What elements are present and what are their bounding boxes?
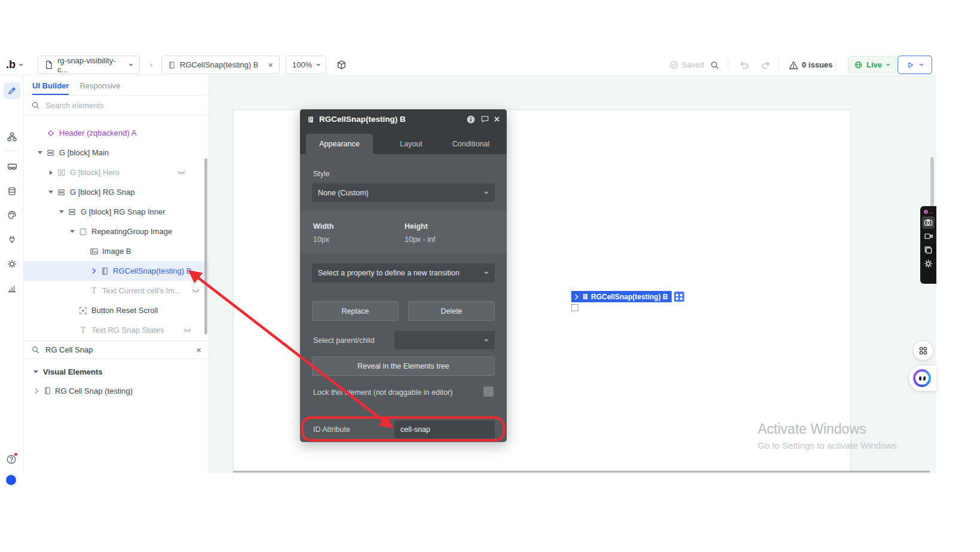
warning-triangle-icon — [789, 60, 798, 70]
extension-grid-button[interactable] — [914, 341, 933, 360]
live-label: Live — [866, 60, 882, 69]
width-label: Width — [313, 222, 334, 231]
caret-down-icon[interactable] — [70, 230, 75, 233]
assistant-robot-icon — [913, 369, 931, 387]
element-breadcrumb[interactable]: RGCellSnap(testing) B × — [161, 56, 280, 74]
eye-closed-icon[interactable] — [183, 326, 192, 334]
element-filter-input[interactable] — [45, 345, 191, 354]
tree-item-label: Text Current cell's Im... — [102, 286, 181, 295]
visual-elements-group[interactable]: Visual Elements — [24, 363, 209, 381]
tree-item-button-reset-scroll[interactable]: Button Reset Scroll — [24, 300, 209, 320]
tab-ui-builder[interactable]: UI Builder — [32, 76, 69, 95]
id-attribute-input[interactable] — [394, 421, 495, 438]
tree-item-rg-snap[interactable]: G [block] RG Snap — [24, 182, 209, 202]
tree-item-hero[interactable]: G [block] Hero — [24, 162, 209, 182]
copy-button[interactable] — [922, 244, 935, 256]
user-avatar[interactable] — [6, 475, 16, 485]
clear-search-icon[interactable]: × — [196, 345, 201, 355]
redo-button[interactable] — [761, 54, 771, 76]
tree-item-main[interactable]: G [block] Main — [24, 143, 209, 162]
zoom-selector[interactable]: 100% — [286, 56, 326, 74]
database-icon — [7, 186, 17, 196]
styles-tab-button[interactable] — [4, 207, 20, 223]
recorder-menu[interactable]: ... — [924, 208, 933, 215]
record-video-button[interactable] — [922, 230, 935, 243]
screenshot-button[interactable] — [922, 216, 935, 229]
preview-button[interactable] — [898, 56, 932, 74]
group-icon — [57, 188, 66, 197]
tree-item-image-b[interactable]: Image B — [24, 241, 209, 261]
logs-tab-button[interactable] — [4, 280, 20, 297]
assistant-widget-button[interactable] — [909, 366, 936, 391]
settings-tab-button[interactable] — [4, 256, 20, 272]
transition-placeholder: Select a property to define a new transi… — [318, 269, 460, 277]
data-tab-button[interactable] — [4, 183, 20, 200]
chevron-down-icon — [128, 64, 133, 66]
selected-element-body[interactable] — [571, 304, 578, 311]
bubble-logo[interactable]: .b — [6, 54, 23, 76]
responsive-badge-icon[interactable] — [674, 292, 684, 302]
caret-down-icon[interactable] — [59, 210, 64, 213]
tab-appearance[interactable]: Appearance — [306, 134, 373, 154]
page-selector[interactable]: rg-snap-visibility-c... — [38, 56, 140, 74]
issues-indicator[interactable]: 0 issues — [789, 54, 832, 76]
caret-right-icon[interactable] — [50, 170, 53, 175]
reveal-in-tree-button[interactable]: Reveal in the Elements tree — [312, 357, 495, 376]
caret-down-icon[interactable] — [38, 151, 42, 154]
width-value: 10px — [313, 235, 329, 244]
windows-watermark: Activate Windows Go to Settings to activ… — [758, 421, 899, 450]
tab-responsive[interactable]: Responsive — [79, 81, 120, 90]
tree-item-header[interactable]: Header (zqbackend) A — [24, 123, 209, 143]
diamond-icon — [47, 129, 55, 137]
style-dropdown[interactable]: None (Custom) — [312, 183, 495, 202]
elements-search-input[interactable] — [45, 101, 201, 110]
plugins-tab-button[interactable] — [4, 231, 20, 248]
save-status-label: Saved — [682, 60, 704, 69]
tree-scrollbar[interactable] — [204, 158, 207, 335]
replace-button[interactable]: Replace — [312, 301, 399, 321]
close-icon[interactable]: × — [494, 114, 500, 125]
tree-item-repeating-group[interactable]: RepeatingGroup Image — [24, 222, 209, 241]
tree-item-label: Text RG Snap States — [91, 326, 164, 335]
toolbar-divider — [835, 59, 836, 70]
recorder-settings-button[interactable] — [922, 257, 935, 270]
parent-child-label: Select parent/child — [313, 336, 375, 345]
workflow-tab-button[interactable] — [4, 128, 20, 145]
tree-item-rg-snap-inner[interactable]: G [block] RG Snap Inner — [24, 202, 209, 222]
tab-layout[interactable]: Layout — [381, 134, 441, 154]
search-button[interactable] — [710, 54, 719, 76]
design-canvas[interactable]: RGCellSnap(testing) B Activate Windows G… — [209, 76, 936, 473]
tree-item-text-current-cell[interactable]: Text Current cell's Im... — [24, 281, 209, 300]
undo-button[interactable] — [739, 54, 749, 76]
info-icon[interactable] — [466, 115, 476, 124]
horizontal-scrollbar[interactable] — [233, 471, 930, 473]
selected-element-tag[interactable]: RGCellSnap(testing) B — [571, 291, 672, 302]
lock-element-checkbox[interactable] — [483, 387, 494, 397]
globe-icon — [854, 60, 863, 69]
design-tab-button[interactable] — [4, 82, 20, 99]
component-library-button[interactable] — [336, 54, 347, 76]
transition-dropdown[interactable]: Select a property to define a new transi… — [312, 263, 495, 283]
search-result-item[interactable]: RG Cell Snap (testing) — [24, 382, 209, 400]
logo-text: .b — [6, 59, 16, 71]
eye-closed-icon[interactable] — [177, 168, 186, 176]
tree-item-text-rg-snap-states[interactable]: Text RG Snap States — [24, 320, 209, 340]
parent-child-dropdown[interactable] — [394, 331, 495, 349]
tree-item-label: G [block] RG Snap Inner — [81, 207, 166, 216]
element-breadcrumb-label: RGCellSnap(testing) B — [180, 60, 264, 69]
tab-conditional[interactable]: Conditional — [441, 134, 501, 154]
close-icon[interactable]: × — [268, 60, 273, 70]
comment-icon[interactable] — [480, 115, 489, 124]
chevron-down-icon — [484, 339, 489, 342]
tree-item-rgcellsnap[interactable]: RGCellSnap(testing) B — [24, 261, 209, 281]
dialog-header[interactable]: RGCellSnap(testing) B × — [300, 109, 507, 129]
recorder-logo-icon — [924, 210, 928, 214]
eye-closed-icon[interactable] — [191, 287, 200, 295]
live-version-button[interactable]: Live — [848, 56, 896, 73]
delete-button[interactable]: Delete — [408, 301, 495, 321]
components-tab-button[interactable] — [4, 158, 20, 175]
caret-down-icon[interactable] — [48, 191, 53, 194]
cube-icon — [336, 60, 347, 70]
save-status: Saved — [669, 54, 704, 76]
chevron-right-icon[interactable] — [91, 268, 97, 274]
